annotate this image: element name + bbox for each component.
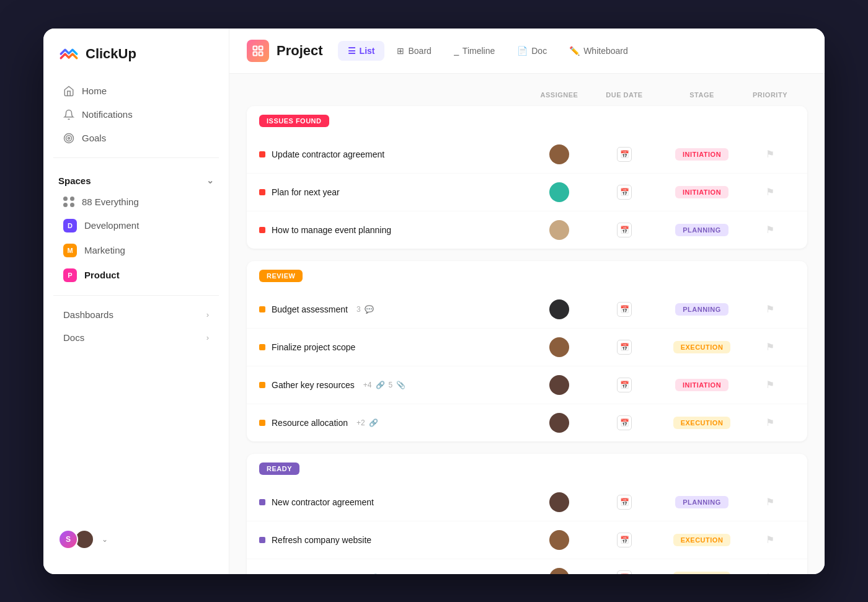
table-row[interactable]: Update contractor agreement 📅 INITIATION… — [247, 136, 807, 174]
svg-rect-6 — [259, 51, 263, 55]
stage-cell: EXECUTION — [658, 341, 745, 353]
nav-docs[interactable]: Docs › — [48, 326, 224, 349]
due-date-cell[interactable]: 📅 — [590, 415, 658, 430]
due-date-cell[interactable]: 📅 — [590, 533, 658, 547]
priority-cell: ⚑ — [745, 496, 795, 508]
tab-list[interactable]: ☰ List — [338, 41, 385, 61]
development-label: Development — [84, 220, 139, 231]
user-avatars: S — [58, 529, 94, 549]
svg-point-2 — [68, 137, 70, 139]
tab-board-label: Board — [408, 46, 431, 56]
calendar-icon: 📅 — [617, 378, 632, 392]
issues-found-badge: ISSUES FOUND — [259, 115, 329, 127]
due-date-cell[interactable]: 📅 — [590, 302, 658, 317]
calendar-icon: 📅 — [617, 570, 632, 574]
nav-home-label: Home — [82, 86, 107, 96]
task-name-cell: Update key objectives 5 📎 — [259, 573, 528, 574]
stage-badge: EXECUTION — [673, 341, 731, 353]
review-badge: REVIEW — [259, 270, 303, 282]
priority-cell: ⚑ — [745, 341, 795, 353]
avatar — [549, 413, 569, 433]
clickup-logo — [58, 43, 79, 64]
priority-cell: ⚑ — [745, 534, 795, 546]
table-row[interactable]: Resource allocation +2 🔗 📅 EXECUTION — [247, 404, 807, 441]
due-date-cell[interactable]: 📅 — [590, 340, 658, 355]
table-row[interactable]: How to manage event planning 📅 PLANNING … — [247, 211, 807, 249]
tab-timeline[interactable]: ⎯ Timeline — [444, 41, 505, 61]
table-row[interactable]: Refresh company website 📅 EXECUTION ⚑ — [247, 521, 807, 559]
tab-whiteboard-label: Whiteboard — [583, 46, 628, 56]
tab-nav: ☰ List ⊞ Board ⎯ Timeline 📄 Doc ✏️ Wh — [338, 41, 638, 61]
due-date-cell[interactable]: 📅 — [590, 147, 658, 162]
meta-count: 5 — [365, 573, 370, 574]
table-row[interactable]: Finalize project scope 📅 EXECUTION ⚑ — [247, 329, 807, 366]
task-name: Update contractor agreement — [272, 149, 384, 159]
assignee-cell — [528, 492, 590, 512]
avatar — [549, 530, 569, 550]
marketing-badge: M — [63, 244, 77, 257]
table-row[interactable]: Update key objectives 5 📎 📅 EXECUTION — [247, 559, 807, 574]
stage-cell: PLANNING — [658, 224, 745, 236]
home-icon — [63, 86, 74, 97]
sidebar-item-development[interactable]: D Development — [48, 213, 224, 238]
due-date-cell[interactable]: 📅 — [590, 495, 658, 510]
stage-cell: PLANNING — [658, 303, 745, 316]
stage-badge: INITIATION — [675, 379, 728, 391]
divider-2 — [53, 295, 219, 296]
col-assignee: ASSIGNEE — [528, 91, 590, 99]
tab-doc[interactable]: 📄 Doc — [507, 41, 557, 61]
product-label: Product — [84, 270, 120, 280]
task-name-cell: Resource allocation +2 🔗 — [259, 418, 528, 428]
assignee-cell — [528, 182, 590, 202]
due-date-cell[interactable]: 📅 — [590, 570, 658, 574]
flag-icon: ⚑ — [766, 224, 774, 236]
nav-home[interactable]: Home — [48, 79, 224, 103]
sidebar-item-product[interactable]: P Product — [48, 263, 224, 288]
flag-icon: ⚑ — [766, 417, 774, 428]
col-stage: STAGE — [658, 91, 745, 99]
spaces-header: Spaces ⌄ — [43, 166, 229, 191]
due-date-cell[interactable]: 📅 — [590, 185, 658, 200]
docs-chevron: › — [206, 333, 209, 342]
table-row[interactable]: New contractor agreement 📅 PLANNING ⚑ — [247, 484, 807, 521]
assignee-cell — [528, 337, 590, 357]
table-row[interactable]: Gather key resources +4 🔗 5 📎 📅 — [247, 366, 807, 404]
priority-cell: ⚑ — [745, 379, 795, 391]
tab-board[interactable]: ⊞ Board — [387, 41, 441, 61]
nav-notifications[interactable]: Notifications — [48, 103, 224, 126]
calendar-icon: 📅 — [617, 185, 632, 200]
table-row[interactable]: Budget assessment 3 💬 📅 PLANNING — [247, 291, 807, 329]
calendar-icon: 📅 — [617, 147, 632, 162]
stage-badge: INITIATION — [675, 148, 728, 161]
stage-cell: INITIATION — [658, 379, 745, 391]
nav-notifications-label: Notifications — [82, 109, 133, 120]
tab-doc-label: Doc — [531, 46, 547, 56]
timeline-icon: ⎯ — [454, 46, 459, 56]
group-ready: READY New contractor agreement 📅 PLANNIN… — [247, 454, 807, 574]
due-date-cell[interactable]: 📅 — [590, 378, 658, 392]
nav-goals[interactable]: Goals — [48, 126, 224, 150]
flag-icon: ⚑ — [766, 379, 774, 391]
sidebar-footer: S ⌄ — [43, 520, 229, 559]
ready-badge: READY — [259, 463, 299, 475]
stage-badge: EXECUTION — [673, 572, 731, 574]
development-badge: D — [63, 219, 77, 232]
sidebar-item-everything[interactable]: 88 Everything — [48, 191, 224, 213]
avatar — [549, 337, 569, 357]
table-row[interactable]: Plan for next year 📅 INITIATION ⚑ — [247, 174, 807, 211]
chevron-down-icon: ⌄ — [206, 175, 214, 185]
due-date-cell[interactable]: 📅 — [590, 223, 658, 237]
sidebar-item-marketing[interactable]: M Marketing — [48, 238, 224, 263]
col-priority: PRIORITY — [745, 91, 795, 99]
calendar-icon: 📅 — [617, 533, 632, 547]
stage-cell: EXECUTION — [658, 534, 745, 546]
task-meta: +2 🔗 — [356, 418, 378, 427]
app-window: ClickUp Home Notifications Goals — [43, 29, 825, 574]
everything-icon — [63, 197, 74, 208]
task-name: Refresh company website — [272, 535, 371, 545]
tab-whiteboard[interactable]: ✏️ Whiteboard — [559, 41, 638, 61]
task-name: Gather key resources — [272, 380, 355, 390]
dashboards-label: Dashboards — [63, 309, 113, 320]
product-badge: P — [63, 268, 77, 282]
nav-dashboards[interactable]: Dashboards › — [48, 303, 224, 326]
